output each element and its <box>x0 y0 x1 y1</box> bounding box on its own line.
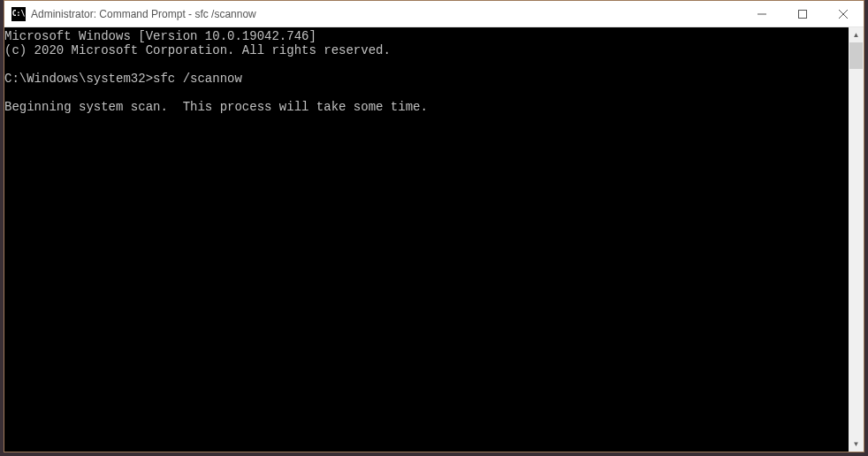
maximize-button[interactable] <box>782 1 823 27</box>
minimize-icon <box>758 10 766 19</box>
terminal-prompt-line: C:\Windows\system32>sfc /scannow <box>4 72 242 86</box>
window-title: Administrator: Command Prompt - sfc /sca… <box>31 8 742 20</box>
vertical-scrollbar[interactable]: ▲ ▼ <box>849 27 864 452</box>
command-prompt-window: C:\ Administrator: Command Prompt - sfc … <box>4 0 864 452</box>
minimize-button[interactable] <box>742 1 782 27</box>
cmd-icon-label: C:\ <box>12 11 25 18</box>
close-icon <box>839 10 848 19</box>
terminal-output[interactable]: Microsoft Windows [Version 10.0.19042.74… <box>4 27 849 452</box>
close-button[interactable] <box>823 1 864 27</box>
terminal-line: Microsoft Windows [Version 10.0.19042.74… <box>4 29 316 43</box>
terminal-line: (c) 2020 Microsoft Corporation. All righ… <box>4 43 391 57</box>
titlebar[interactable]: C:\ Administrator: Command Prompt - sfc … <box>4 1 864 27</box>
window-controls <box>742 1 864 27</box>
maximize-icon <box>798 10 807 19</box>
content-area: Microsoft Windows [Version 10.0.19042.74… <box>4 27 864 452</box>
terminal-status-line: Beginning system scan. This process will… <box>4 100 428 114</box>
cmd-icon: C:\ <box>11 7 26 21</box>
scroll-thumb[interactable] <box>849 42 863 69</box>
svg-rect-1 <box>799 10 807 18</box>
scroll-up-arrow-icon[interactable]: ▲ <box>849 27 864 42</box>
scroll-down-arrow-icon[interactable]: ▼ <box>849 437 864 452</box>
